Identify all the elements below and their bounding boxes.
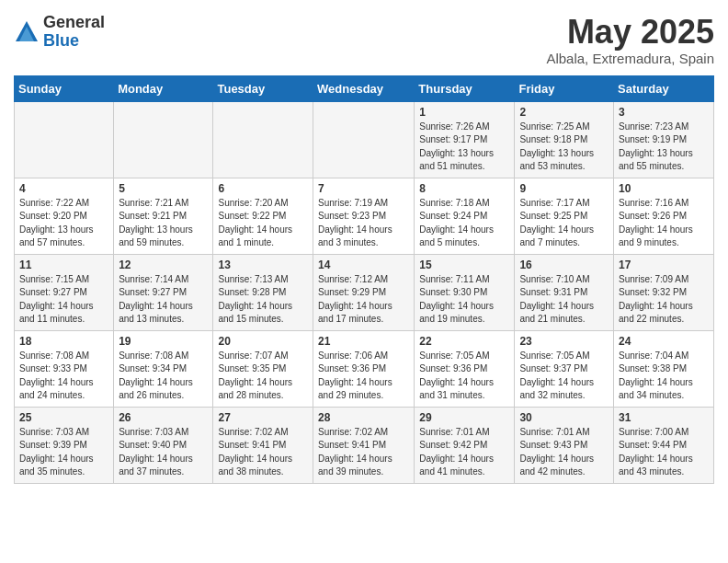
- cell-content: Sunrise: 7:22 AM Sunset: 9:20 PM Dayligh…: [19, 197, 108, 250]
- calendar-cell: 4Sunrise: 7:22 AM Sunset: 9:20 PM Daylig…: [15, 178, 114, 254]
- cell-content: Sunrise: 7:08 AM Sunset: 9:33 PM Dayligh…: [19, 350, 108, 403]
- calendar-header: SundayMondayTuesdayWednesdayThursdayFrid…: [15, 75, 714, 101]
- day-number: 12: [119, 259, 208, 271]
- month-title: May 2025: [546, 14, 714, 51]
- cell-content: Sunrise: 7:17 AM Sunset: 9:25 PM Dayligh…: [519, 197, 609, 250]
- calendar-cell: 14Sunrise: 7:12 AM Sunset: 9:29 PM Dayli…: [313, 254, 415, 330]
- calendar-cell: 10Sunrise: 7:16 AM Sunset: 9:26 PM Dayli…: [614, 178, 714, 254]
- header-monday: Monday: [114, 75, 213, 101]
- day-number: 10: [619, 182, 709, 195]
- calendar-cell: 27Sunrise: 7:02 AM Sunset: 9:41 PM Dayli…: [213, 407, 313, 483]
- day-number: 7: [318, 182, 409, 195]
- day-number: 13: [218, 259, 308, 271]
- cell-content: Sunrise: 7:16 AM Sunset: 9:26 PM Dayligh…: [619, 197, 709, 250]
- day-number: 31: [619, 411, 709, 424]
- cell-content: Sunrise: 7:13 AM Sunset: 9:28 PM Dayligh…: [218, 273, 308, 327]
- day-number: 24: [619, 335, 709, 348]
- cell-content: Sunrise: 7:08 AM Sunset: 9:34 PM Dayligh…: [119, 350, 208, 403]
- page-header: General Blue May 2025 Albala, Extremadur…: [14, 14, 714, 66]
- cell-content: Sunrise: 7:26 AM Sunset: 9:17 PM Dayligh…: [419, 121, 509, 174]
- cell-content: Sunrise: 7:05 AM Sunset: 9:36 PM Dayligh…: [419, 350, 509, 403]
- cell-content: Sunrise: 7:05 AM Sunset: 9:37 PM Dayligh…: [519, 350, 609, 403]
- cell-content: Sunrise: 7:00 AM Sunset: 9:44 PM Dayligh…: [619, 426, 709, 479]
- calendar-cell: 1Sunrise: 7:26 AM Sunset: 9:17 PM Daylig…: [415, 101, 515, 178]
- day-number: 11: [19, 259, 108, 271]
- location: Albala, Extremadura, Spain: [546, 51, 714, 66]
- cell-content: Sunrise: 7:04 AM Sunset: 9:38 PM Dayligh…: [619, 350, 709, 403]
- calendar-cell: 18Sunrise: 7:08 AM Sunset: 9:33 PM Dayli…: [15, 330, 114, 407]
- header-wednesday: Wednesday: [313, 75, 415, 101]
- day-number: 14: [318, 259, 409, 271]
- calendar-cell: 9Sunrise: 7:17 AM Sunset: 9:25 PM Daylig…: [515, 178, 614, 254]
- day-number: 2: [519, 106, 609, 119]
- cell-content: Sunrise: 7:10 AM Sunset: 9:31 PM Dayligh…: [519, 273, 609, 327]
- calendar-cell: 25Sunrise: 7:03 AM Sunset: 9:39 PM Dayli…: [15, 407, 114, 483]
- day-number: 3: [619, 106, 709, 119]
- calendar-table: SundayMondayTuesdayWednesdayThursdayFrid…: [14, 75, 714, 484]
- calendar-cell: 6Sunrise: 7:20 AM Sunset: 9:22 PM Daylig…: [213, 178, 313, 254]
- header-sunday: Sunday: [15, 75, 114, 101]
- day-number: 15: [419, 259, 509, 271]
- day-number: 1: [419, 106, 509, 119]
- day-number: 29: [419, 411, 509, 424]
- calendar-cell: [213, 101, 313, 178]
- day-number: 19: [119, 335, 208, 348]
- day-number: 18: [19, 335, 108, 348]
- logo-general-text: General: [43, 14, 105, 32]
- calendar-cell: 24Sunrise: 7:04 AM Sunset: 9:38 PM Dayli…: [614, 330, 714, 407]
- day-number: 27: [218, 411, 308, 424]
- logo-blue-text: Blue: [43, 32, 105, 51]
- cell-content: Sunrise: 7:07 AM Sunset: 9:35 PM Dayligh…: [218, 350, 308, 403]
- day-number: 25: [19, 411, 108, 424]
- day-number: 4: [19, 182, 108, 195]
- cell-content: Sunrise: 7:09 AM Sunset: 9:32 PM Dayligh…: [619, 273, 709, 327]
- calendar-cell: [313, 101, 415, 178]
- calendar-cell: 17Sunrise: 7:09 AM Sunset: 9:32 PM Dayli…: [614, 254, 714, 330]
- calendar-cell: 31Sunrise: 7:00 AM Sunset: 9:44 PM Dayli…: [614, 407, 714, 483]
- cell-content: Sunrise: 7:18 AM Sunset: 9:24 PM Dayligh…: [419, 197, 509, 250]
- calendar-cell: 16Sunrise: 7:10 AM Sunset: 9:31 PM Dayli…: [515, 254, 614, 330]
- calendar-cell: 15Sunrise: 7:11 AM Sunset: 9:30 PM Dayli…: [415, 254, 515, 330]
- calendar-cell: 13Sunrise: 7:13 AM Sunset: 9:28 PM Dayli…: [213, 254, 313, 330]
- cell-content: Sunrise: 7:02 AM Sunset: 9:41 PM Dayligh…: [318, 426, 409, 479]
- week-row-5: 25Sunrise: 7:03 AM Sunset: 9:39 PM Dayli…: [15, 407, 714, 483]
- cell-content: Sunrise: 7:11 AM Sunset: 9:30 PM Dayligh…: [419, 273, 509, 327]
- logo-text: General Blue: [43, 14, 105, 51]
- week-row-4: 18Sunrise: 7:08 AM Sunset: 9:33 PM Dayli…: [15, 330, 714, 407]
- day-number: 16: [519, 259, 609, 271]
- day-number: 6: [218, 182, 308, 195]
- cell-content: Sunrise: 7:21 AM Sunset: 9:21 PM Dayligh…: [119, 197, 208, 250]
- cell-content: Sunrise: 7:19 AM Sunset: 9:23 PM Dayligh…: [318, 197, 409, 250]
- header-row: SundayMondayTuesdayWednesdayThursdayFrid…: [15, 75, 714, 101]
- cell-content: Sunrise: 7:20 AM Sunset: 9:22 PM Dayligh…: [218, 197, 308, 250]
- calendar-cell: 30Sunrise: 7:01 AM Sunset: 9:43 PM Dayli…: [515, 407, 614, 483]
- logo: General Blue: [14, 14, 105, 51]
- calendar-cell: 28Sunrise: 7:02 AM Sunset: 9:41 PM Dayli…: [313, 407, 415, 483]
- calendar-cell: 8Sunrise: 7:18 AM Sunset: 9:24 PM Daylig…: [415, 178, 515, 254]
- calendar-cell: 29Sunrise: 7:01 AM Sunset: 9:42 PM Dayli…: [415, 407, 515, 483]
- week-row-2: 4Sunrise: 7:22 AM Sunset: 9:20 PM Daylig…: [15, 178, 714, 254]
- calendar-cell: 5Sunrise: 7:21 AM Sunset: 9:21 PM Daylig…: [114, 178, 213, 254]
- header-friday: Friday: [515, 75, 614, 101]
- header-tuesday: Tuesday: [213, 75, 313, 101]
- calendar-cell: 22Sunrise: 7:05 AM Sunset: 9:36 PM Dayli…: [415, 330, 515, 407]
- cell-content: Sunrise: 7:15 AM Sunset: 9:27 PM Dayligh…: [19, 273, 108, 327]
- day-number: 22: [419, 335, 509, 348]
- cell-content: Sunrise: 7:03 AM Sunset: 9:40 PM Dayligh…: [119, 426, 208, 479]
- calendar-cell: 21Sunrise: 7:06 AM Sunset: 9:36 PM Dayli…: [313, 330, 415, 407]
- calendar-cell: [15, 101, 114, 178]
- calendar-cell: 20Sunrise: 7:07 AM Sunset: 9:35 PM Dayli…: [213, 330, 313, 407]
- title-block: May 2025 Albala, Extremadura, Spain: [546, 14, 714, 66]
- day-number: 17: [619, 259, 709, 271]
- day-number: 20: [218, 335, 308, 348]
- header-saturday: Saturday: [614, 75, 714, 101]
- day-number: 21: [318, 335, 409, 348]
- calendar-cell: 3Sunrise: 7:23 AM Sunset: 9:19 PM Daylig…: [614, 101, 714, 178]
- calendar-cell: 11Sunrise: 7:15 AM Sunset: 9:27 PM Dayli…: [15, 254, 114, 330]
- day-number: 26: [119, 411, 208, 424]
- cell-content: Sunrise: 7:23 AM Sunset: 9:19 PM Dayligh…: [619, 121, 709, 174]
- calendar-cell: 23Sunrise: 7:05 AM Sunset: 9:37 PM Dayli…: [515, 330, 614, 407]
- calendar-cell: 12Sunrise: 7:14 AM Sunset: 9:27 PM Dayli…: [114, 254, 213, 330]
- day-number: 9: [519, 182, 609, 195]
- cell-content: Sunrise: 7:14 AM Sunset: 9:27 PM Dayligh…: [119, 273, 208, 327]
